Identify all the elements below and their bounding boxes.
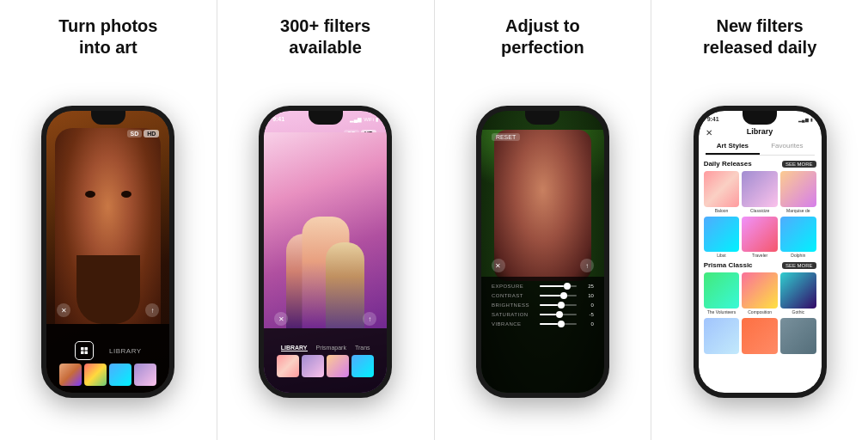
filter-composition[interactable]: Composition	[742, 272, 778, 315]
thumb-exposure[interactable]	[564, 283, 571, 290]
filter-library: Daily Releases SEE MORE Baloon Classiciz…	[699, 156, 822, 377]
tab-trans[interactable]: Trans	[355, 345, 370, 351]
library-title: Library	[699, 127, 822, 136]
filter-extra1[interactable]	[704, 318, 740, 355]
filter-thumb-1[interactable]	[277, 355, 299, 377]
sd-button[interactable]: SD	[127, 130, 143, 138]
slider-contrast: CONTRAST 10	[492, 293, 594, 298]
track-contrast[interactable]	[540, 295, 577, 296]
filter-img-marquise	[780, 171, 816, 207]
track-exposure[interactable]	[540, 285, 577, 287]
feature-title-1: Turn photos into art	[58, 15, 157, 60]
notch-1	[91, 111, 125, 125]
woman-illustration	[494, 130, 591, 281]
prisma-classic-grid: The Volunteers Composition Gothic	[704, 272, 816, 315]
track-saturation[interactable]	[540, 314, 577, 315]
tab-favourites[interactable]: Favourites	[760, 138, 815, 155]
daily-see-more[interactable]: SEE MORE	[782, 161, 816, 168]
close-button-2[interactable]: ✕	[274, 312, 288, 326]
prisma-classic-title: Prisma Classic	[704, 261, 753, 269]
phone-wrapper-3: RESET ✕ ↑ EXPOSURE 25 CONTRAST	[443, 72, 643, 431]
phone-screen-3: RESET ✕ ↑ EXPOSURE 25 CONTRAST	[481, 111, 604, 393]
track-vibrance[interactable]	[540, 323, 577, 325]
label-vibrance: VIBRANCE	[492, 321, 535, 327]
slider-exposure: EXPOSURE 25	[492, 284, 594, 289]
close-button-3[interactable]: ✕	[492, 259, 505, 272]
filter-img-traveler	[742, 217, 778, 253]
fill-saturation	[540, 314, 556, 315]
close-button-4[interactable]: ✕	[706, 128, 712, 138]
share-button-2[interactable]: ↑	[363, 312, 376, 326]
label-brightness: BRIGHTNESS	[492, 302, 535, 308]
bottom-bar-1: LIBRARY	[46, 324, 169, 393]
filter-libst[interactable]: Libst	[704, 217, 740, 259]
thumb-vibrance[interactable]	[558, 321, 565, 327]
phone-screen-4: 9:41 ▂▄▆ ▮ ✕ Library Art Styles Favourit…	[699, 111, 822, 393]
thumb-3[interactable]	[109, 364, 131, 386]
battery-icon: ▮	[376, 116, 378, 122]
prisma-classic-header: Prisma Classic SEE MORE	[704, 261, 816, 269]
phone-wrapper-4: 9:41 ▂▄▆ ▮ ✕ Library Art Styles Favourit…	[660, 72, 859, 431]
filter-thumb-4[interactable]	[351, 355, 374, 377]
phone-1: SD HD ✕ ↑ LIBRARY	[41, 106, 174, 398]
tab-art-styles[interactable]: Art Styles	[706, 138, 761, 155]
feature-title-3: Adjust to perfection	[501, 15, 584, 60]
status-icons-4: ▂▄▆ ▮	[798, 116, 813, 122]
filter-name-classicize: Classicize	[750, 208, 770, 213]
feature-card-2: 300+ filters available 9:41 ▂▄▆ WiFi ▮ S…	[217, 0, 435, 440]
tab-prismapark[interactable]: Prismapark	[316, 345, 346, 351]
prisma-see-more[interactable]: SEE MORE	[782, 262, 816, 269]
eye-left	[85, 191, 95, 198]
filter-thumbnails-1	[52, 364, 163, 386]
label-saturation: SATURATION	[492, 312, 535, 317]
filter-extra2[interactable]	[742, 318, 778, 355]
phone-screen-1: SD HD ✕ ↑ LIBRARY	[46, 111, 169, 393]
phone-3: RESET ✕ ↑ EXPOSURE 25 CONTRAST	[476, 106, 609, 398]
thumb-contrast[interactable]	[560, 292, 567, 299]
sd-hd-badge[interactable]: SD HD	[127, 130, 160, 138]
fill-exposure	[540, 285, 564, 287]
track-brightness[interactable]	[540, 304, 577, 306]
tab-library[interactable]: LIBRARY	[281, 345, 308, 351]
filter-dolphin[interactable]: Dolphin	[780, 217, 816, 259]
filter-classicize[interactable]: Classicize	[742, 171, 778, 213]
filter-name-traveler: Traveler	[752, 253, 767, 258]
battery-icon-4: ▮	[810, 117, 813, 122]
thumb-saturation[interactable]	[556, 311, 563, 318]
daily-row2-grid: Libst Traveler Dolphin	[704, 217, 816, 259]
filter-gothic[interactable]: Gothic	[780, 272, 816, 315]
feature-title-4: New filters released daily	[703, 15, 816, 60]
filter-thumb-2[interactable]	[302, 355, 324, 377]
share-button-3[interactable]: ↑	[580, 259, 594, 272]
filter-img-extra2	[742, 318, 778, 354]
figures	[264, 132, 387, 328]
filter-thumbs-2	[277, 355, 374, 377]
filter-img-baloon	[704, 171, 740, 207]
thumb-brightness[interactable]	[558, 302, 565, 309]
filter-name-volunteers: The Volunteers	[707, 309, 737, 315]
filter-img-composition	[742, 272, 778, 309]
title-line1-3: Adjust to	[505, 16, 580, 35]
filter-tabs-2: LIBRARY Prismapark Trans	[281, 345, 370, 351]
title-line1: Turn photos	[58, 16, 157, 35]
svg-rect-1	[85, 347, 89, 351]
notch-2	[309, 111, 343, 125]
filter-name-libst: Libst	[717, 253, 726, 258]
phone-4: 9:41 ▂▄▆ ▮ ✕ Library Art Styles Favourit…	[694, 106, 827, 398]
hd-button[interactable]: HD	[144, 130, 159, 138]
filter-volunteers[interactable]: The Volunteers	[704, 272, 740, 315]
phone-wrapper-1: SD HD ✕ ↑ LIBRARY	[9, 72, 208, 431]
thumb-2[interactable]	[84, 364, 107, 386]
thumb-4[interactable]	[134, 364, 156, 386]
value-exposure: 25	[582, 284, 594, 289]
reset-button[interactable]: RESET	[492, 133, 520, 141]
filter-thumb-3[interactable]	[327, 355, 349, 377]
value-saturation: -5	[582, 312, 594, 317]
library-icon[interactable]	[75, 341, 94, 360]
filter-marquise[interactable]: Marquise de	[780, 171, 816, 213]
thumb-1[interactable]	[59, 364, 82, 386]
filter-traveler[interactable]: Traveler	[742, 217, 778, 259]
title-line2-2: available	[289, 38, 362, 57]
filter-baloon[interactable]: Baloon	[704, 171, 740, 213]
filter-extra3[interactable]	[780, 318, 816, 355]
